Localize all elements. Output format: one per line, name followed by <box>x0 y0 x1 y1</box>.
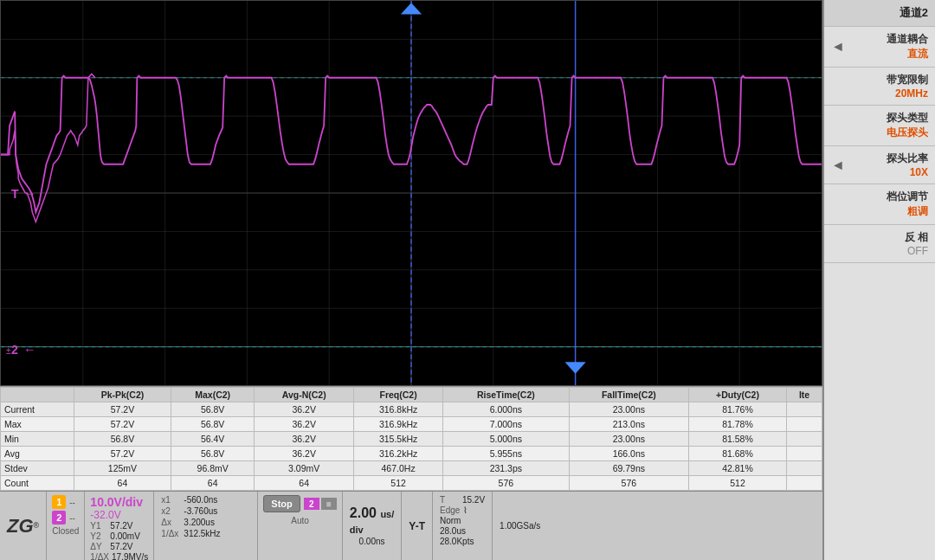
adjust-label: 档位调节 <box>887 190 928 204</box>
ch2-indicator-block: 2 ≡ <box>304 498 337 510</box>
row-cell <box>787 447 822 461</box>
y1-val: 57.2V <box>110 521 132 531</box>
row-cell: 6.000ns <box>442 402 569 417</box>
stop-section: Stop 2 ≡ Auto <box>258 492 342 560</box>
ch2-eq-icon: ≡ <box>321 498 337 510</box>
row-cell: 5.000ns <box>442 432 569 447</box>
trigger-block: T 15.2V Edge ⌇ Norm 28.0us 28.0Kpts <box>433 492 493 560</box>
row-cell: 3.09mV <box>255 461 354 476</box>
coupling-label: 通道耦合 <box>887 32 928 47</box>
delta-y-label: ΔY <box>90 542 107 551</box>
row-cell: 56.8V <box>74 432 171 447</box>
row-label: Min <box>1 432 74 447</box>
probe-type-label: 探头类型 <box>887 111 928 126</box>
row-cell: 69.79ns <box>569 461 688 476</box>
trigger-edge-row: Edge ⌇ <box>440 505 485 515</box>
row-cell: 576 <box>569 476 688 491</box>
row-cell: 56.4V <box>171 432 255 447</box>
row-label: Max <box>1 417 74 432</box>
panel-probe-type-row[interactable]: 探头类型 电压探头 <box>824 106 935 146</box>
delta-x-label: Δx <box>161 518 180 527</box>
ch2-indicator: 2 <box>52 511 66 525</box>
row-cell: 36.2V <box>255 432 354 447</box>
x2-val: -3.760us <box>184 506 217 516</box>
row-cell: 166.0ns <box>569 447 688 461</box>
svg-text:→: → <box>23 186 35 201</box>
y1-label: Y1 <box>90 521 107 531</box>
measurements-table-container: Pk-Pk(C2) Max(C2) Avg-N(C2) Freq(C2) Ris… <box>0 386 822 491</box>
inv-dx-label: 1/Δx <box>161 529 180 538</box>
delta-y-row: ΔY 57.2V <box>90 542 148 551</box>
channel-block: 1 -- 2 -- Closed <box>47 492 85 560</box>
row-label: Avg <box>1 447 74 461</box>
main-container: T → 2 ± ← Pk-Pk(C2) Max(C2) Avg-N(C2) <box>0 0 935 560</box>
waveform-display[interactable]: T → 2 ± ← <box>0 0 822 386</box>
row-cell: 512 <box>354 476 443 491</box>
row-cell: 36.2V <box>255 402 354 417</box>
col-header-rise: RiseTime(C2) <box>442 388 569 402</box>
row-cell: 56.8V <box>171 417 255 432</box>
ch2-row: 2 -- <box>52 511 79 525</box>
y2-val: 0.00mV <box>110 531 139 541</box>
y-readings: Y1 57.2V Y2 0.00mV ΔY 57.2V 1/ΔX 17.9MV/… <box>90 521 148 560</box>
coupling-value: 直流 <box>907 47 928 61</box>
row-cell: 23.00ns <box>569 432 688 447</box>
y2-row: Y2 0.00mV <box>90 531 148 541</box>
row-cell: 231.3ps <box>442 461 569 476</box>
panel-coupling-row[interactable]: ◄ 通道耦合 直流 <box>824 27 935 68</box>
table-row: Avg57.2V56.8V36.2V316.2kHz5.955ns166.0ns… <box>1 447 822 461</box>
invert-value: OFF <box>907 245 928 257</box>
invert-label: 反 相 <box>905 230 928 245</box>
panel-adjust-row[interactable]: 档位调节 粗调 <box>824 184 935 225</box>
col-header-avgn: Avg-N(C2) <box>255 388 354 402</box>
row-cell: 81.76% <box>688 402 786 417</box>
sample-rate: 1.00GSa/s <box>500 521 540 531</box>
norm-label: Norm <box>440 516 461 525</box>
x1-val: -560.0ns <box>184 495 217 505</box>
y2-label: Y2 <box>90 531 107 541</box>
row-label: Count <box>1 476 74 491</box>
table-row: Stdev125mV96.8mV3.09mV467.0Hz231.3ps69.7… <box>1 461 822 476</box>
row-label: Stdev <box>1 461 74 476</box>
row-cell <box>787 417 822 432</box>
row-cell: 36.2V <box>255 447 354 461</box>
row-cell: 512 <box>688 476 786 491</box>
panel-title: 通道2 <box>824 0 935 27</box>
row-cell <box>787 476 822 491</box>
yt-label: Y-T <box>409 520 425 532</box>
per-label: 1/ΔX <box>90 552 109 560</box>
x2-row: x2 -3.760us <box>161 506 250 516</box>
trig-t-val: 15.2V <box>462 495 485 505</box>
panel-bandwidth-row[interactable]: 带宽限制 20MHz <box>824 68 935 106</box>
row-cell: 316.8kHz <box>354 402 443 417</box>
row-cell <box>787 402 822 417</box>
bandwidth-value: 20MHz <box>895 87 928 100</box>
row-label: Current <box>1 402 74 417</box>
ch1-dashes: -- <box>69 498 75 507</box>
table-row: Max57.2V56.8V36.2V316.9kHz7.000ns213.0ns… <box>1 417 822 432</box>
svg-text:2: 2 <box>11 343 18 357</box>
auto-label: Auto <box>291 516 309 525</box>
panel-probe-ratio-row[interactable]: ◄ 探头比率 10X <box>824 146 935 184</box>
stop-button[interactable]: Stop <box>263 495 300 512</box>
probe-type-value: 电压探头 <box>887 126 928 140</box>
closed-row: Closed <box>52 526 79 536</box>
row-cell <box>787 432 822 447</box>
table-row: Min56.8V56.4V36.2V315.5kHz5.000ns23.00ns… <box>1 432 822 447</box>
x1-label: x1 <box>161 495 180 505</box>
row-cell: 81.58% <box>688 432 786 447</box>
table-row: Current57.2V56.8V36.2V316.8kHz6.000ns23.… <box>1 402 822 417</box>
edge-label: Edge <box>440 505 460 515</box>
row-cell: 57.2V <box>74 447 171 461</box>
panel-invert-row[interactable]: 反 相 OFF <box>824 225 935 263</box>
col-header-fall: FallTime(C2) <box>569 388 688 402</box>
row-cell: 7.000ns <box>442 417 569 432</box>
row-cell: 467.0Hz <box>354 461 443 476</box>
row-cell: 64 <box>74 476 171 491</box>
col-header-label <box>1 388 74 402</box>
delta-y-val: 57.2V <box>110 542 132 551</box>
col-header-ite: Ite <box>787 388 822 402</box>
time-div-block: 2.00 us/div 0.00ns <box>343 492 403 560</box>
svg-text:±: ± <box>6 345 11 357</box>
pts-row: 28.0us <box>440 526 485 536</box>
